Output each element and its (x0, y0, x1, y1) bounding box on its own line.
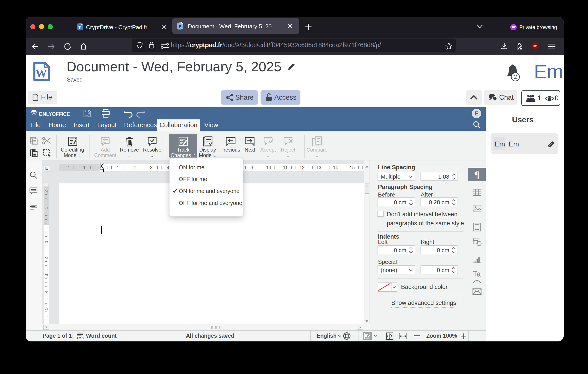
svg-text:uO: uO (533, 44, 537, 48)
svg-text:1 2 3: 1 2 3 (77, 336, 84, 340)
svg-text:W: W (35, 67, 47, 80)
